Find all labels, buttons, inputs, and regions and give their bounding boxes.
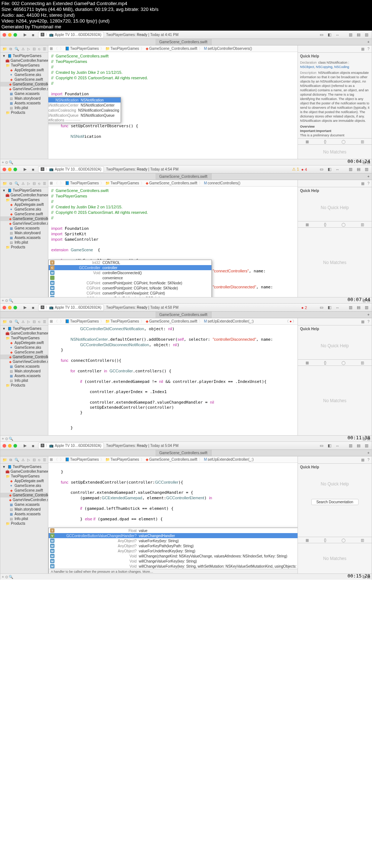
sidebar-item[interactable]: 📁TwoPlayerGames [0, 474, 48, 479]
editor-assistant-icon[interactable]: ◧ [327, 32, 332, 38]
run-button[interactable]: ▶ [22, 305, 28, 311]
autocomplete-item[interactable]: CNSNotificationNSNotification [48, 97, 121, 103]
autocomplete-item[interactable]: convenience [49, 275, 211, 280]
sidebar-item[interactable]: ▦Game.xcassets [0, 91, 48, 96]
traffic-lights[interactable] [3, 33, 17, 37]
editor-standard-icon[interactable]: ▭ [319, 32, 324, 38]
sidebar-item[interactable]: ▦Assets.xcassets [0, 373, 48, 378]
jump-bar-next-issue-icon[interactable]: 〉 [292, 319, 296, 324]
sidebar-item[interactable]: ◆GameScene_Controllers.swift [0, 216, 48, 221]
sidebar-item[interactable]: 📁TwoPlayerGames [0, 63, 48, 68]
project-root[interactable]: ▼📘TwoPlayerGames [0, 326, 48, 331]
sidebar-item[interactable]: 📁Products [0, 245, 48, 249]
sidebar-item[interactable]: ✦GameScene.sks [0, 72, 48, 77]
sidebar-item[interactable]: 📁TwoPlayerGames [0, 197, 48, 202]
navigator-selector[interactable]: 📁⧉🔍⚠▷⊟⎋☰ [0, 45, 48, 53]
sidebar-item[interactable]: 🧰GameController.framework [0, 469, 48, 474]
navigator-filter-bar[interactable]: + ⊙ 🔍▥ ▤ [0, 159, 372, 165]
toggle-debug-icon[interactable]: ▤ [356, 32, 361, 38]
sidebar-item[interactable]: ✦GameScene.sks [0, 207, 48, 212]
jump-bar-error-icon[interactable]: ● [290, 319, 292, 323]
source-editor[interactable]: } func setUpExtendedController(controlle… [48, 463, 298, 573]
autocomplete-item[interactable]: MVoidwillChangeValueForKey(key: String, … [49, 564, 298, 569]
sidebar-item[interactable]: ◆AppDelegate.swift [0, 68, 48, 72]
sidebar-item[interactable]: ▤Main.storyboard [0, 96, 48, 101]
autocomplete-item[interactable]: MCGPointconvertPoint(point: CGPoint, toN… [49, 285, 211, 291]
sidebar-item[interactable]: ▤Info.plist [0, 240, 48, 245]
stop-button[interactable]: ■ [30, 443, 36, 449]
autocomplete-popup[interactable]: TFloatvalueVGCControllerButtonValueChang… [48, 528, 298, 573]
autocomplete-item[interactable]: TInt32CONTROL [49, 260, 211, 265]
jump-bar[interactable]: ⊞〈〉 📘TwoPlayerGames〉 📁TwoPlayerGames〉 ◆G… [48, 45, 298, 52]
autocomplete-item[interactable]: MVoidwillChange(changeKind: NSKeyValueCh… [49, 553, 298, 559]
sidebar-item[interactable]: ▦Assets.xcassets [0, 101, 48, 105]
sidebar-item[interactable]: ◆GameScene_Controllers.swift [0, 355, 48, 359]
source-editor[interactable]: // GameScene_Controllers.swift // TwoPla… [48, 187, 298, 297]
autocomplete-popup[interactable]: TInt32CONTROLCGCControllercontrollerMVoi… [48, 260, 212, 297]
error-badge[interactable]: ● 2 [301, 305, 307, 310]
sidebar-item[interactable]: 📁Products [0, 110, 48, 115]
sidebar-item[interactable]: ▦Assets.xcassets [0, 512, 48, 516]
traffic-lights[interactable] [3, 168, 17, 171]
jump-bar[interactable]: ⊞〈〉 📘TwoPlayerGames〉 📁TwoPlayerGames〉 ◆G… [48, 456, 298, 463]
sidebar-item[interactable]: ◆GameScene_Controllers.swift [0, 82, 48, 87]
autocomplete-item[interactable]: CNSNotificationCenterNSNotificationCente… [48, 103, 121, 108]
sidebar-item[interactable]: 📁TwoPlayerGames [0, 336, 48, 340]
project-root[interactable]: ▼📘TwoPlayerGames [0, 464, 48, 469]
autocomplete-item[interactable]: MAnyObject?valueForUndefinedKey(key: Str… [49, 548, 298, 553]
sidebar-item[interactable]: ◆GameViewController.swift [0, 221, 48, 226]
sidebar-item[interactable]: ✦GameScene.sks [0, 345, 48, 350]
jump-bar[interactable]: ⊞〈〉 📘TwoPlayerGames〉 📁TwoPlayerGames〉 ◆G… [48, 180, 298, 187]
autocomplete-item[interactable]: MVoidwillChangeValueForKey(key: String) [49, 559, 298, 564]
library-selector[interactable]: ▦{}◯▥ [298, 138, 372, 145]
sidebar-item[interactable]: ▦Game.xcassets [0, 226, 48, 231]
sidebar-item[interactable]: ▤Main.storyboard [0, 507, 48, 512]
quickhelp-inspector-icon[interactable]: ? [367, 47, 369, 51]
sidebar-item[interactable]: ◆GameViewController.swift [0, 497, 48, 502]
sidebar-item[interactable]: ◆GameViewController.swift [0, 359, 48, 364]
run-button[interactable]: ▶ [22, 167, 28, 172]
run-button[interactable]: ▶ [22, 443, 28, 449]
sidebar-item[interactable]: 📁Products [0, 521, 48, 526]
sidebar-item[interactable]: ✦GameScene.sks [0, 483, 48, 488]
autocomplete-item[interactable]: VGCControllerButtonValueChangedHandler?v… [49, 533, 298, 538]
stop-button[interactable]: ■ [30, 32, 36, 38]
autocomplete-item[interactable]: MCGPointconvertPointFromView(point: CGPo… [49, 291, 211, 296]
sidebar-item[interactable]: ▤Main.storyboard [0, 231, 48, 235]
source-editor[interactable]: GCControllerDidConnectNotification, obje… [48, 325, 298, 435]
sidebar-item[interactable]: 📁Products [0, 383, 48, 388]
sidebar-item[interactable]: 🧰GameController.framework [0, 331, 48, 336]
jump-bar-prev-issue-icon[interactable]: 〈 [285, 319, 289, 324]
sidebar-item[interactable]: ◆AppDelegate.swift [0, 340, 48, 345]
autocomplete-item[interactable]: MCGPointconvertPoint(point: CGPoint, fro… [49, 280, 211, 285]
sidebar-item[interactable]: ▦Game.xcassets [0, 364, 48, 369]
error-badge[interactable]: ● 4 [301, 167, 307, 172]
sidebar-item[interactable]: ▤Info.plist [0, 378, 48, 383]
sidebar-item[interactable]: ▤Info.plist [0, 516, 48, 521]
sidebar-item[interactable]: ◆GameScene.swift [0, 350, 48, 355]
file-tab[interactable]: GameScene_Controllers.swift [155, 173, 211, 180]
autocomplete-item[interactable]: MVoidcontrollerDisconnected() [49, 270, 211, 275]
jump-bar[interactable]: ⊞〈〉 📘TwoPlayerGames〉 📁TwoPlayerGames〉 ◆G… [48, 318, 298, 325]
autocomplete-popup[interactable]: CNSNotificationNSNotificationCNSNotifica… [48, 97, 121, 123]
sidebar-item[interactable]: ▤Main.storyboard [0, 369, 48, 373]
scheme-selector[interactable]: 🅰 〉📺 Apple TV 10…6D0D62692A) [38, 166, 104, 173]
sidebar-item[interactable]: ▦Assets.xcassets [0, 235, 48, 240]
stop-button[interactable]: ■ [30, 167, 36, 172]
file-inspector-icon[interactable]: ▦ [361, 47, 364, 51]
sidebar-item[interactable]: ◆AppDelegate.swift [0, 202, 48, 207]
autocomplete-item[interactable]: SNSNotificationCoalescingNSNotificationC… [48, 108, 121, 113]
sidebar-item[interactable]: ◆GameScene_Controllers.swift [0, 493, 48, 497]
sidebar-item[interactable]: ◆AppDelegate.swift [0, 479, 48, 483]
project-root[interactable]: ▼📘TwoPlayerGames [0, 188, 48, 193]
sidebar-item[interactable]: ◆GameViewController.swift [0, 87, 48, 91]
file-tab[interactable]: GameScene_Controllers.swift [155, 39, 211, 45]
toggle-navigator-icon[interactable]: ▥ [348, 32, 353, 38]
autocomplete-item[interactable]: MAnyObject?valueForKey(key: String) [49, 538, 298, 543]
sidebar-item[interactable]: 🧰GameController.framework [0, 193, 48, 197]
autocomplete-item[interactable]: MCGPointconvertPointToView(point: CGPoin… [49, 296, 211, 297]
autocomplete-item[interactable]: TFloatvalue [49, 528, 298, 533]
sidebar-item[interactable]: ◆GameScene.swift [0, 212, 48, 216]
run-button[interactable]: ▶ [22, 32, 28, 38]
source-editor[interactable]: // GameScene_Controllers.swift // TwoPla… [48, 52, 298, 159]
